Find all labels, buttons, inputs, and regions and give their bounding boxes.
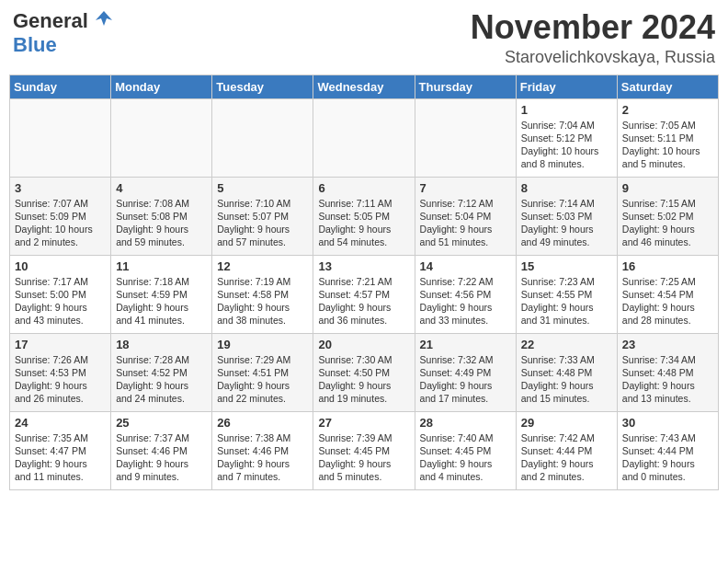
day-number: 7	[420, 181, 511, 195]
day-number: 13	[318, 259, 409, 273]
day-number: 11	[116, 259, 207, 273]
calendar-cell	[111, 98, 212, 177]
day-info: Sunrise: 7:32 AMSunset: 4:49 PMDaylight:…	[420, 353, 511, 406]
calendar-cell	[10, 98, 111, 177]
calendar-table: SundayMondayTuesdayWednesdayThursdayFrid…	[9, 75, 719, 490]
calendar-cell: 30Sunrise: 7:43 AMSunset: 4:44 PMDayligh…	[617, 411, 718, 489]
day-info: Sunrise: 7:25 AMSunset: 4:54 PMDaylight:…	[622, 275, 713, 327]
day-info: Sunrise: 7:18 AMSunset: 4:59 PMDaylight:…	[116, 275, 207, 327]
day-number: 25	[116, 416, 207, 430]
calendar-cell: 26Sunrise: 7:38 AMSunset: 4:46 PMDayligh…	[212, 411, 313, 489]
day-info: Sunrise: 7:29 AMSunset: 4:51 PMDaylight:…	[217, 353, 308, 406]
calendar-cell: 27Sunrise: 7:39 AMSunset: 4:45 PMDayligh…	[313, 411, 415, 489]
location-subtitle: Starovelichkovskaya, Russia	[471, 48, 715, 67]
day-number: 16	[622, 259, 713, 273]
calendar-cell: 20Sunrise: 7:30 AMSunset: 4:50 PMDayligh…	[313, 333, 415, 411]
day-of-week-header: Tuesday	[212, 75, 313, 98]
calendar-header-row: SundayMondayTuesdayWednesdayThursdayFrid…	[10, 75, 719, 98]
day-info: Sunrise: 7:15 AMSunset: 5:02 PMDaylight:…	[622, 197, 713, 249]
day-number: 22	[521, 338, 612, 351]
calendar-cell: 14Sunrise: 7:22 AMSunset: 4:56 PMDayligh…	[415, 255, 516, 333]
svg-marker-0	[96, 11, 112, 26]
day-info: Sunrise: 7:39 AMSunset: 4:45 PMDaylight:…	[318, 431, 409, 484]
day-number: 23	[622, 338, 713, 351]
calendar-week-row: 1Sunrise: 7:04 AMSunset: 5:12 PMDaylight…	[10, 98, 719, 177]
day-info: Sunrise: 7:37 AMSunset: 4:46 PMDaylight:…	[116, 431, 207, 484]
day-info: Sunrise: 7:05 AMSunset: 5:11 PMDaylight:…	[622, 119, 713, 171]
day-of-week-header: Wednesday	[313, 75, 415, 98]
day-of-week-header: Sunday	[10, 75, 111, 98]
day-number: 5	[217, 181, 308, 195]
calendar-week-row: 3Sunrise: 7:07 AMSunset: 5:09 PMDaylight…	[10, 177, 719, 255]
calendar-cell: 4Sunrise: 7:08 AMSunset: 5:08 PMDaylight…	[111, 177, 212, 255]
calendar-cell	[415, 98, 516, 177]
day-number: 14	[420, 259, 511, 273]
day-number: 30	[622, 416, 713, 430]
day-info: Sunrise: 7:12 AMSunset: 5:04 PMDaylight:…	[420, 197, 511, 249]
day-info: Sunrise: 7:43 AMSunset: 4:44 PMDaylight:…	[622, 431, 713, 484]
calendar-body: 1Sunrise: 7:04 AMSunset: 5:12 PMDaylight…	[10, 98, 719, 489]
day-info: Sunrise: 7:17 AMSunset: 5:00 PMDaylight:…	[15, 275, 106, 327]
day-info: Sunrise: 7:33 AMSunset: 4:48 PMDaylight:…	[521, 353, 612, 406]
calendar-cell	[313, 98, 415, 177]
calendar-cell	[212, 98, 313, 177]
day-of-week-header: Thursday	[415, 75, 516, 98]
day-number: 24	[15, 416, 106, 430]
day-number: 26	[217, 416, 308, 430]
calendar-cell: 10Sunrise: 7:17 AMSunset: 5:00 PMDayligh…	[10, 255, 111, 333]
calendar-cell: 17Sunrise: 7:26 AMSunset: 4:53 PMDayligh…	[10, 333, 111, 411]
calendar-cell: 11Sunrise: 7:18 AMSunset: 4:59 PMDayligh…	[111, 255, 212, 333]
day-info: Sunrise: 7:42 AMSunset: 4:44 PMDaylight:…	[521, 431, 612, 484]
day-info: Sunrise: 7:28 AMSunset: 4:52 PMDaylight:…	[116, 353, 207, 406]
page-header: General Blue November 2024 Starovelichko…	[9, 9, 719, 67]
day-number: 8	[521, 181, 612, 195]
day-number: 17	[15, 338, 106, 351]
calendar-cell: 8Sunrise: 7:14 AMSunset: 5:03 PMDaylight…	[516, 177, 617, 255]
day-number: 12	[217, 259, 308, 273]
calendar-cell: 29Sunrise: 7:42 AMSunset: 4:44 PMDayligh…	[516, 411, 617, 489]
logo: General Blue	[13, 9, 114, 57]
calendar-cell: 19Sunrise: 7:29 AMSunset: 4:51 PMDayligh…	[212, 333, 313, 411]
day-number: 21	[420, 338, 511, 351]
day-of-week-header: Friday	[516, 75, 617, 98]
day-info: Sunrise: 7:10 AMSunset: 5:07 PMDaylight:…	[217, 197, 308, 249]
calendar-cell: 5Sunrise: 7:10 AMSunset: 5:07 PMDaylight…	[212, 177, 313, 255]
day-number: 20	[318, 338, 409, 351]
day-number: 15	[521, 259, 612, 273]
day-info: Sunrise: 7:21 AMSunset: 4:57 PMDaylight:…	[318, 275, 409, 327]
title-area: November 2024 Starovelichkovskaya, Russi…	[471, 9, 715, 67]
calendar-cell: 9Sunrise: 7:15 AMSunset: 5:02 PMDaylight…	[617, 177, 718, 255]
day-info: Sunrise: 7:40 AMSunset: 4:45 PMDaylight:…	[420, 431, 511, 484]
calendar-cell: 24Sunrise: 7:35 AMSunset: 4:47 PMDayligh…	[10, 411, 111, 489]
logo-blue-text: Blue	[13, 33, 57, 56]
day-number: 10	[15, 259, 106, 273]
logo-general-text: General	[13, 9, 88, 33]
day-number: 1	[521, 103, 612, 117]
day-number: 4	[116, 181, 207, 195]
calendar-cell: 23Sunrise: 7:34 AMSunset: 4:48 PMDayligh…	[617, 333, 718, 411]
calendar-week-row: 17Sunrise: 7:26 AMSunset: 4:53 PMDayligh…	[10, 333, 719, 411]
day-number: 29	[521, 416, 612, 430]
calendar-cell: 25Sunrise: 7:37 AMSunset: 4:46 PMDayligh…	[111, 411, 212, 489]
calendar-week-row: 24Sunrise: 7:35 AMSunset: 4:47 PMDayligh…	[10, 411, 719, 489]
calendar-cell: 15Sunrise: 7:23 AMSunset: 4:55 PMDayligh…	[516, 255, 617, 333]
calendar-cell: 12Sunrise: 7:19 AMSunset: 4:58 PMDayligh…	[212, 255, 313, 333]
day-info: Sunrise: 7:19 AMSunset: 4:58 PMDaylight:…	[217, 275, 308, 327]
day-info: Sunrise: 7:30 AMSunset: 4:50 PMDaylight:…	[318, 353, 409, 406]
day-number: 2	[622, 103, 713, 117]
day-number: 9	[622, 181, 713, 195]
day-info: Sunrise: 7:26 AMSunset: 4:53 PMDaylight:…	[15, 353, 106, 406]
day-info: Sunrise: 7:07 AMSunset: 5:09 PMDaylight:…	[15, 197, 106, 249]
day-number: 28	[420, 416, 511, 430]
calendar-cell: 21Sunrise: 7:32 AMSunset: 4:49 PMDayligh…	[415, 333, 516, 411]
day-number: 27	[318, 416, 409, 430]
day-info: Sunrise: 7:22 AMSunset: 4:56 PMDaylight:…	[420, 275, 511, 327]
day-of-week-header: Saturday	[617, 75, 718, 98]
day-info: Sunrise: 7:34 AMSunset: 4:48 PMDaylight:…	[622, 353, 713, 406]
calendar-cell: 28Sunrise: 7:40 AMSunset: 4:45 PMDayligh…	[415, 411, 516, 489]
calendar-cell: 1Sunrise: 7:04 AMSunset: 5:12 PMDaylight…	[516, 98, 617, 177]
month-title: November 2024	[471, 9, 715, 46]
calendar-cell: 16Sunrise: 7:25 AMSunset: 4:54 PMDayligh…	[617, 255, 718, 333]
day-number: 6	[318, 181, 409, 195]
day-number: 18	[116, 338, 207, 351]
